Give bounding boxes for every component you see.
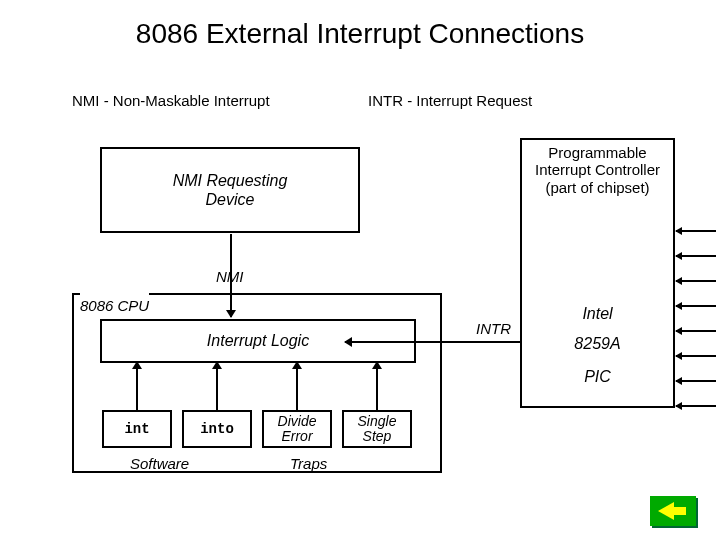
intr-signal-label: INTR (476, 320, 511, 337)
single-step-box: Single Step (342, 410, 412, 448)
pic-header: Programmable Interrupt Controller (part … (522, 140, 673, 196)
pic-irq-line (676, 230, 716, 232)
single-step-label: Single Step (358, 414, 397, 443)
intr-definition: INTR - Interrupt Request (368, 92, 532, 109)
pic-irq-line (676, 355, 716, 357)
nmi-arrow (230, 234, 232, 317)
pic-box: Programmable Interrupt Controller (part … (520, 138, 675, 408)
pic-irq-line (676, 330, 716, 332)
nmi-device-label: NMI Requesting Device (173, 171, 288, 209)
int-arrow (136, 362, 138, 410)
nmi-definition: NMI - Non-Maskable Interrupt (72, 92, 270, 109)
pic-abbrev-label: PIC (522, 368, 673, 386)
pic-vendor-label: Intel (522, 305, 673, 323)
pic-part-label: 8259A (522, 335, 673, 353)
pic-irq-line (676, 405, 716, 407)
slide-title: 8086 External Interrupt Connections (0, 18, 720, 50)
intr-arrow (345, 341, 520, 343)
cpu-label: 8086 CPU (80, 293, 149, 316)
pic-irq-line (676, 280, 716, 282)
nmi-requesting-device-box: NMI Requesting Device (100, 147, 360, 233)
step-arrow (376, 362, 378, 410)
int-box: int (102, 410, 172, 448)
pic-irq-line (676, 380, 716, 382)
into-box: into (182, 410, 252, 448)
divide-error-box: Divide Error (262, 410, 332, 448)
divide-arrow (296, 362, 298, 410)
software-category-label: Software (130, 455, 189, 472)
divide-error-label: Divide Error (278, 414, 317, 443)
into-arrow (216, 362, 218, 410)
back-button[interactable] (650, 496, 696, 526)
pic-irq-line (676, 305, 716, 307)
traps-category-label: Traps (290, 455, 327, 472)
pic-irq-line (676, 255, 716, 257)
into-label: into (200, 422, 234, 437)
interrupt-logic-label: Interrupt Logic (207, 332, 309, 350)
int-label: int (124, 422, 149, 437)
